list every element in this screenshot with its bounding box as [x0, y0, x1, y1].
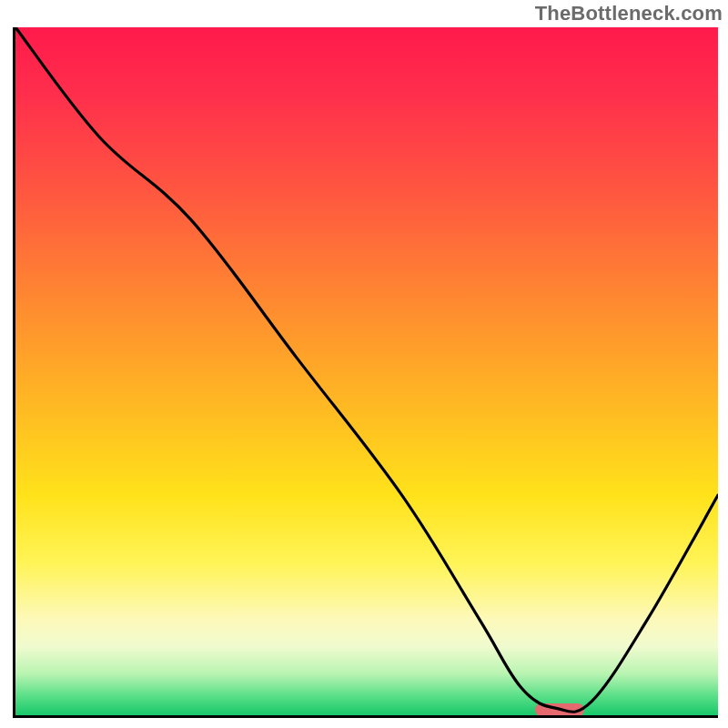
plot-area — [13, 27, 718, 718]
bottleneck-chart: TheBottleneck.com — [0, 0, 728, 728]
bottleneck-curve — [15, 27, 718, 715]
watermark-text: TheBottleneck.com — [535, 2, 723, 25]
